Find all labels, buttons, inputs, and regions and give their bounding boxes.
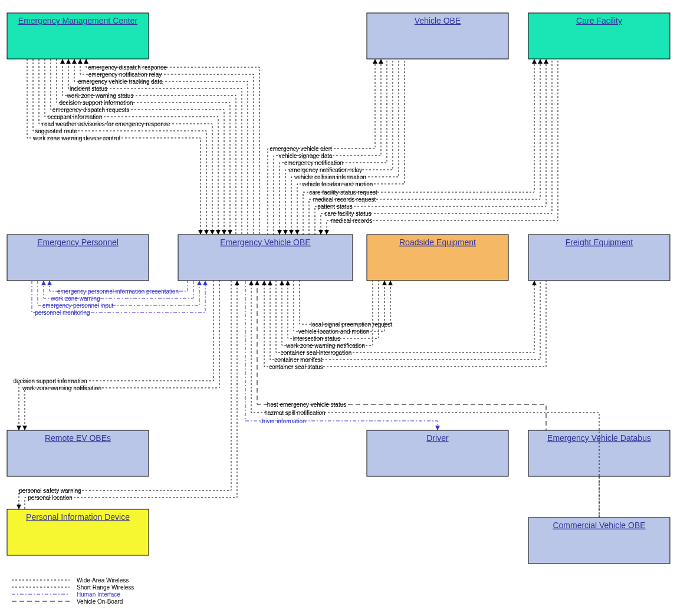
flow-label[interactable]: vehicle location and motion xyxy=(302,181,373,187)
node-driver[interactable]: Driver xyxy=(367,430,508,476)
flow-label[interactable]: vehicle collision information xyxy=(294,174,366,180)
legend-label: Short Range Wireless xyxy=(77,584,134,591)
svg-marker-16 xyxy=(60,59,65,64)
flow-label[interactable]: work zone warning status xyxy=(67,93,134,99)
svg-marker-30 xyxy=(538,59,543,64)
svg-marker-13 xyxy=(78,59,83,64)
svg-marker-21 xyxy=(204,230,209,235)
flow-label[interactable]: personnel monitoring xyxy=(35,309,90,316)
flow-label[interactable]: container seal interrogation xyxy=(281,350,352,356)
flow-label[interactable]: medical records request xyxy=(313,196,376,203)
node-label: Emergency Management Center xyxy=(18,16,138,25)
legend-label: Vehicle On-Board xyxy=(77,598,123,605)
flow-label[interactable]: container seal status xyxy=(269,364,323,370)
node-rev[interactable]: Remote EV OBEs xyxy=(7,430,149,476)
node-vobe[interactable]: Vehicle OBE xyxy=(367,13,508,59)
svg-marker-42 xyxy=(532,281,537,285)
svg-marker-20 xyxy=(210,230,215,235)
flow-label[interactable]: personal location xyxy=(28,495,73,501)
flow-label[interactable]: emergency vehicle alert xyxy=(270,146,332,152)
svg-marker-50 xyxy=(17,505,21,509)
flow-label[interactable]: emergency dispatch requests xyxy=(52,107,130,113)
node-evobe[interactable]: Emergency Vehicle OBE xyxy=(178,235,353,281)
node-ep[interactable]: Emergency Personnel xyxy=(7,235,149,281)
flow-label[interactable]: emergency personnel input xyxy=(42,302,114,309)
node-care[interactable]: Care Facility xyxy=(528,13,670,59)
flow-label[interactable]: vehicle location and motion xyxy=(298,328,370,335)
flow-label[interactable]: work zone warning xyxy=(50,295,100,302)
node-re[interactable]: Roadside Equipment xyxy=(367,235,508,281)
svg-marker-28 xyxy=(295,230,300,235)
flow-label[interactable]: road weather advisories for emergency re… xyxy=(42,121,170,127)
flow-label[interactable]: emergency personnel information presenta… xyxy=(57,288,179,295)
node-emc[interactable]: Emergency Management Center xyxy=(7,13,149,59)
svg-marker-44 xyxy=(262,281,267,285)
flow-label[interactable]: decision support information xyxy=(59,100,133,106)
svg-marker-14 xyxy=(72,59,77,64)
svg-marker-18 xyxy=(222,230,226,235)
svg-marker-19 xyxy=(216,230,221,235)
svg-marker-46 xyxy=(22,426,27,430)
svg-marker-24 xyxy=(379,59,383,64)
svg-marker-43 xyxy=(268,281,272,285)
svg-marker-33 xyxy=(324,230,329,235)
flow-label[interactable]: container manifest xyxy=(274,357,323,363)
flow-label[interactable]: care facility status request xyxy=(309,189,377,196)
flow-label[interactable]: vehicle signage data xyxy=(278,153,333,159)
flow-label[interactable]: driver information xyxy=(260,418,305,424)
svg-marker-15 xyxy=(66,59,71,64)
node-cvobe[interactable]: Commercial Vehicle OBE xyxy=(528,518,670,564)
node-label: Personal Information Device xyxy=(26,512,130,522)
svg-marker-37 xyxy=(203,281,208,285)
svg-marker-25 xyxy=(277,230,282,235)
svg-marker-39 xyxy=(382,281,387,285)
svg-marker-40 xyxy=(285,281,290,285)
flow-label[interactable]: intersection status xyxy=(293,335,341,342)
flow-label[interactable]: medical records xyxy=(331,218,373,224)
legend-label: Human Interface xyxy=(77,591,120,598)
svg-marker-35 xyxy=(41,281,46,285)
node-label: Roadside Equipment xyxy=(399,238,476,247)
node-label: Remote EV OBEs xyxy=(45,433,111,443)
svg-marker-31 xyxy=(544,59,548,64)
flow-label[interactable]: care facility status xyxy=(324,210,371,217)
flow-label[interactable]: host emergency vehicle status xyxy=(267,401,347,408)
flow-label[interactable]: emergency vehicle tracking data xyxy=(78,78,163,85)
flow-label[interactable]: emergency notification xyxy=(284,160,343,166)
flow-label[interactable]: decision support information xyxy=(13,378,87,384)
flow-label[interactable]: occupant information xyxy=(48,114,103,120)
svg-marker-41 xyxy=(280,281,284,285)
svg-marker-49 xyxy=(435,426,440,430)
svg-marker-51 xyxy=(235,281,239,285)
svg-marker-26 xyxy=(283,230,288,235)
flow-label[interactable]: incident status xyxy=(70,85,107,92)
node-pid[interactable]: Personal Information Device xyxy=(7,509,149,555)
svg-marker-22 xyxy=(198,230,203,235)
svg-marker-36 xyxy=(197,281,202,285)
flow-label[interactable]: suggested route xyxy=(35,128,77,134)
node-label: Care Facility xyxy=(576,16,622,25)
node-fe[interactable]: Freight Equipment xyxy=(528,235,670,281)
flow-label[interactable]: emergency notification relay xyxy=(289,167,363,173)
node-label: Emergency Vehicle OBE xyxy=(220,238,310,247)
edges-emc xyxy=(27,59,259,235)
svg-marker-27 xyxy=(289,230,294,235)
svg-marker-29 xyxy=(532,59,537,64)
svg-marker-48 xyxy=(249,281,254,285)
flow-label[interactable]: work zone warning notification xyxy=(22,385,101,391)
flow-label[interactable]: personal safety warning xyxy=(19,487,81,494)
flow-label[interactable]: work zone warning notification xyxy=(285,342,365,349)
flow-label[interactable]: hazmat spill notification xyxy=(264,410,325,416)
svg-marker-34 xyxy=(47,281,52,285)
node-label: Commercial Vehicle OBE xyxy=(553,521,645,530)
svg-marker-17 xyxy=(228,230,232,235)
node-label: Freight Equipment xyxy=(566,238,633,247)
node-label: Vehicle OBE xyxy=(415,16,461,25)
diagram-canvas: Emergency Management Center Vehicle OBE … xyxy=(0,0,677,616)
flow-label[interactable]: patient status xyxy=(317,203,352,210)
flow-label[interactable]: local signal preemption request xyxy=(311,321,393,328)
flow-label[interactable]: work zone warning device control xyxy=(32,135,120,141)
flow-label[interactable]: emergency dispatch response xyxy=(88,64,167,71)
node-label: Emergency Vehicle Databus xyxy=(547,433,651,443)
flow-label[interactable]: emergency notification relay xyxy=(88,71,162,78)
